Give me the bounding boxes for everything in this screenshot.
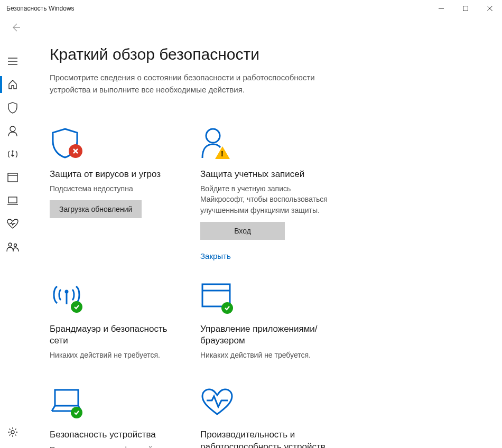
back-button[interactable] [8,20,23,35]
sidebar-item-browser[interactable] [0,166,25,189]
svg-point-12 [8,243,12,246]
firewall-check-icon [50,282,87,314]
sidebar-item-family[interactable] [0,236,25,259]
back-row [0,17,502,38]
page-title: Краткий обзор безопасности [50,45,481,63]
shield-x-icon [50,127,87,159]
window-title: Безопасность Windows [6,5,75,12]
sidebar-item-firewall[interactable] [0,143,25,166]
browser-check-icon [200,282,237,314]
card-title: Защита от вирусов и угроз [50,169,184,180]
svg-rect-22 [55,390,78,406]
main-content: Краткий обзор безопасности Просмотрите с… [25,38,502,448]
sidebar-item-device[interactable] [0,189,25,212]
cards-grid: Защита от вирусов и угроз Подсистема нед… [50,127,481,448]
device-check-icon [50,388,87,419]
svg-point-14 [11,431,14,434]
card-title: Брандмауэр и безопасность сети [50,323,184,347]
card-desc: Подсистема недоступна [50,183,184,194]
svg-point-17 [206,129,220,143]
svg-point-8 [12,151,14,152]
card-desc: Никаких действий не требуется. [50,350,184,360]
card-title: Производительность и работоспособность у… [200,429,335,448]
card-desc: Войдите в учетную запись Майкрософт, что… [200,183,335,216]
svg-rect-1 [463,6,468,11]
sidebar-item-settings[interactable] [0,421,25,444]
sidebar-item-home[interactable] [0,73,25,96]
card-desc: Просмотр состояния функций защиты оборуд… [50,444,184,448]
hamburger-icon[interactable] [0,50,25,73]
card-health[interactable]: Производительность и работоспособность у… [200,388,335,448]
card-virus[interactable]: Защита от вирусов и угроз Подсистема нед… [50,127,184,261]
svg-rect-9 [8,173,17,182]
maximize-button[interactable] [453,0,478,17]
card-title: Управление приложениями/браузером [200,323,335,347]
card-title: Защита учетных записей [200,169,335,180]
download-updates-button[interactable]: Загрузка обновлений [50,200,142,218]
sidebar-item-account[interactable] [0,119,25,143]
card-device[interactable]: Безопасность устройства Просмотр состоян… [50,388,184,448]
svg-rect-11 [8,197,17,203]
signin-button[interactable]: Вход [200,222,285,240]
sidebar [0,38,25,448]
svg-point-13 [14,244,17,247]
sidebar-item-health[interactable] [0,212,25,236]
sidebar-item-virus[interactable] [0,96,25,119]
card-desc: Никаких действий не требуется. [200,350,335,360]
card-firewall[interactable]: Брандмауэр и безопасность сети Никаких д… [50,282,184,367]
close-button[interactable] [478,0,502,17]
window-controls [429,0,502,17]
account-warn-icon [200,127,237,159]
titlebar: Безопасность Windows [0,0,502,17]
page-subtitle: Просмотрите сведения о состоянии безопас… [50,72,324,96]
card-account[interactable]: Защита учетных записей Войдите в учетную… [200,127,335,261]
minimize-button[interactable] [429,0,453,17]
card-title: Безопасность устройства [50,429,184,441]
dismiss-link[interactable]: Закрыть [200,251,231,260]
card-browser[interactable]: Управление приложениями/браузером Никаки… [200,282,335,367]
svg-point-7 [10,126,15,132]
health-icon [200,388,237,419]
